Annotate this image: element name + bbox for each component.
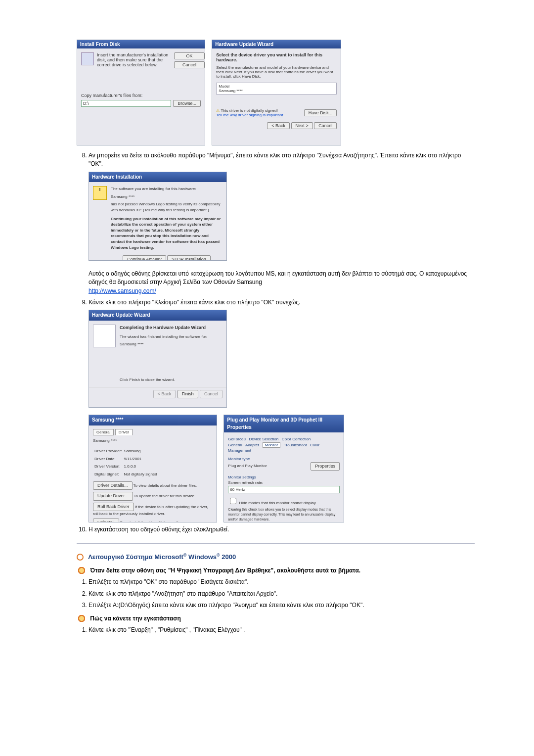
version-label: Driver Version:: [94, 463, 123, 470]
tab-driver[interactable]: Driver: [115, 429, 133, 435]
dialog-complete-wizard: Hardware Update Wizard Completing the Ha…: [89, 310, 227, 408]
steps-list-c: Κάντε κλικ στο "Έναρξη" , "Ρυθμίσεις" , …: [77, 626, 475, 634]
path-input[interactable]: D:\: [81, 100, 171, 107]
hw-install-line2: Samsung ****: [111, 194, 222, 200]
dialog-heading: Select the device driver you want to ins…: [216, 52, 337, 62]
step-b1: Επιλέξτε το πλήκτρο "OK" στο παράθυρο "Ε…: [89, 578, 475, 586]
cancel-button: Cancel: [200, 390, 222, 398]
complete-line3: Click Finish to close the wizard.: [120, 377, 222, 383]
dialog-title: Plug and Play Monitor and 3D Prophet III…: [224, 415, 344, 432]
bullet-icon: [77, 554, 84, 561]
update-driver-button[interactable]: Update Driver...: [93, 492, 133, 500]
browse-button[interactable]: Browse...: [173, 100, 201, 107]
monitor-type: Plug and Play Monitor: [228, 463, 267, 469]
signer-value: Not digitally signed: [124, 471, 158, 478]
dialog-install-from-disk: Install From Disk Insert the manufacture…: [77, 40, 205, 145]
steps-list-b: Επιλέξτε το πλήκτρο "OK" στο παράθυρο "Ε…: [77, 578, 475, 610]
dialog-title: Hardware Update Wizard: [89, 310, 226, 321]
hw-install-line4: Continuing your installation of this sof…: [111, 216, 222, 251]
monitor-type-label: Monitor type: [228, 456, 340, 462]
dialog-title: Hardware Update Wizard: [212, 40, 341, 48]
date-value: 9/11/2001: [124, 456, 158, 463]
monitor-settings-label: Monitor settings: [228, 474, 340, 480]
step-b2: Κάντε κλικ στο πλήκτρο "Αναζήτηση" στο π…: [89, 590, 475, 598]
dialog-text: Select the manufacturer and model of you…: [216, 65, 337, 79]
warn-link[interactable]: Tell me why driver signing is important: [216, 113, 283, 117]
hide-modes-checkbox[interactable]: [230, 498, 236, 504]
warn-text: This driver is not digitally signed!: [221, 108, 278, 113]
ok-button[interactable]: OK: [174, 52, 205, 59]
properties-button[interactable]: Properties: [311, 462, 340, 471]
dialog-driver-properties: Samsung **** General Driver Samsung ****…: [89, 415, 217, 522]
row-dialogs-bottom: Samsung **** General Driver Samsung ****…: [89, 415, 475, 522]
model-label: Model: [219, 84, 334, 89]
dialog-hardware-installation: Hardware Installation ! The software you…: [89, 172, 227, 261]
back-button: < Back: [153, 390, 176, 398]
hw-install-line1: The software you are installing for this…: [111, 186, 222, 192]
version-value: 1.0.0.0: [124, 463, 158, 470]
gear-icon: [77, 615, 87, 622]
dialog-title: Hardware Installation: [89, 172, 226, 183]
cancel-button[interactable]: Cancel: [314, 122, 337, 129]
dialog-pnp-properties: Plug and Play Monitor and 3D Prophet III…: [223, 415, 344, 522]
wizard-icon: [93, 325, 116, 347]
dialog-text: Insert the manufacturer's installation d…: [97, 52, 171, 68]
sub-heading-1: Όταν δείτε στην οθόνη σας "Η Ψηφιακή Υπο…: [77, 567, 475, 574]
hide-desc: Clearing this check box allows you to se…: [228, 507, 340, 522]
finish-button[interactable]: Finish: [178, 390, 198, 398]
mid-paragraph: Αυτός ο οδηγός οθόνης βρίσκεται υπό κατο…: [89, 270, 475, 287]
refresh-label: Screen refresh rate:: [228, 480, 340, 486]
signer-label: Digital Signer:: [94, 471, 123, 478]
driver-details-button[interactable]: Driver Details...: [93, 481, 133, 490]
sub-heading-2: Πώς να κάνετε την εγκατάσταση: [77, 615, 475, 622]
warning-icon: !: [93, 186, 107, 200]
divider: [77, 543, 475, 544]
next-button[interactable]: Next >: [291, 122, 313, 129]
tabs-row: GeForce3 Device Selection Color Correcti…: [228, 436, 340, 453]
provider-label: Driver Provider:: [94, 448, 123, 455]
row-dialogs-top: Install From Disk Insert the manufacture…: [77, 40, 475, 145]
device-name: Samsung ****: [93, 438, 213, 444]
disk-icon: [81, 52, 94, 65]
step-8: Αν μπορείτε να δείτε το ακόλουθο παράθυρ…: [89, 151, 475, 295]
step-9: Κάντε κλικ στο πλήκτρο "Κλείσιμο" έπειτα…: [89, 298, 475, 522]
continue-anyway-button[interactable]: Continue Anyway: [123, 255, 166, 261]
step-10: Η εγκατάσταση του οδηγού οθόνης έχει ολο…: [89, 525, 475, 534]
dialog-title: Install From Disk: [77, 40, 205, 48]
date-label: Driver Date:: [94, 456, 123, 463]
complete-heading: Completing the Hardware Update Wizard: [120, 325, 222, 331]
provider-value: Samsung: [124, 448, 158, 455]
stop-installation-button[interactable]: STOP Installation: [167, 255, 211, 261]
hw-install-line3: has not passed Windows Logo testing to v…: [111, 201, 222, 213]
step-c1: Κάντε κλικ στο "Έναρξη" , "Ρυθμίσεις" , …: [89, 626, 475, 634]
tab-general[interactable]: General: [93, 429, 114, 435]
rollback-driver-button[interactable]: Roll Back Driver: [93, 503, 134, 511]
back-button[interactable]: < Back: [267, 122, 290, 129]
complete-line2: Samsung ****: [120, 341, 222, 347]
dialog-hardware-update-wizard: Hardware Update Wizard Select the device…: [212, 40, 341, 145]
samsung-link[interactable]: http://www.samsung.com/: [89, 287, 156, 294]
complete-line1: The wizard has finished installing the s…: [120, 334, 222, 340]
dialog-title: Samsung ****: [89, 415, 217, 425]
step-b3: Επιλέξτε A:(D:\Οδηγός) έπειτα κάντε κλικ…: [89, 601, 475, 610]
uninstall-button[interactable]: Uninstall: [93, 519, 119, 522]
have-disk-button[interactable]: Have Disk...: [304, 109, 337, 116]
copy-label: Copy manufacturer's files from:: [81, 93, 201, 98]
refresh-select[interactable]: 60 Hertz: [228, 486, 340, 494]
cancel-button[interactable]: Cancel: [174, 61, 205, 68]
tab-monitor[interactable]: Monitor: [263, 442, 281, 448]
model-value: Samsung ****: [219, 89, 334, 93]
steps-list-a: Αν μπορείτε να δείτε το ακόλουθο παράθυρ…: [77, 151, 475, 534]
gear-icon: [77, 567, 87, 574]
section-win2000-header: Λειτουργικό Σύστημα Microsoft® Windows® …: [77, 553, 475, 561]
